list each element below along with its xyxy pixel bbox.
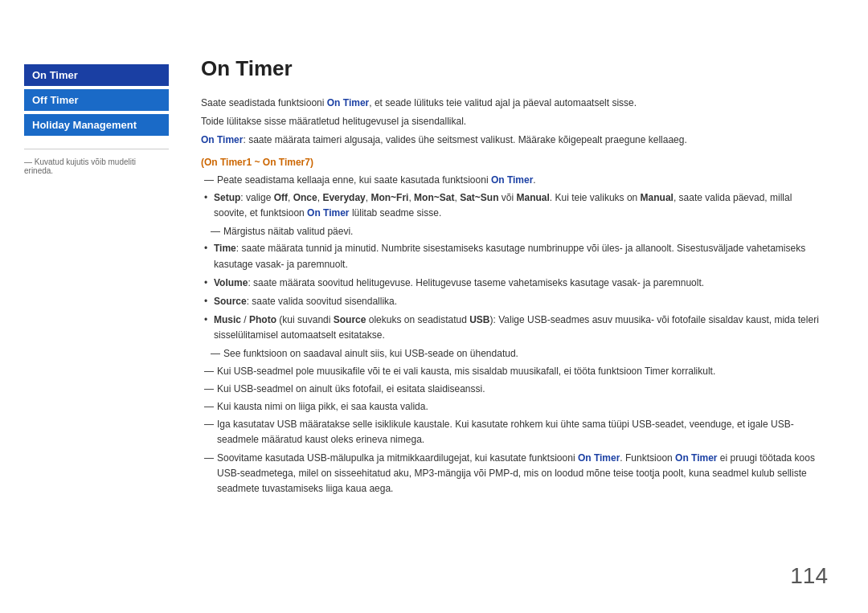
sidebar-item-off-timer[interactable]: Off Timer [24, 89, 169, 111]
dash-note-5: Soovitame kasutada USB-mälupulka ja mitm… [201, 451, 828, 497]
section-heading: (On Timer1 ~ On Timer7) [201, 157, 828, 168]
page-number: 114 [790, 563, 828, 589]
dash-note-4: Iga kasutatav USB määratakse selle isikl… [201, 417, 828, 447]
sidebar-label-holiday-management: Holiday Management [32, 119, 137, 131]
intro-text-3: On Timer: saate määrata taimeri algusaja… [201, 133, 828, 148]
bullet-list-2: Time: saate määrata tunnid ja minutid. N… [201, 241, 828, 343]
sidebar-divider [24, 149, 169, 149]
dash-note-2: Kui USB-seadmel on ainult üks fotofail, … [201, 382, 828, 397]
bullet-list: Setup: valige Off, Once, Everyday, Mon~F… [201, 190, 828, 221]
intro-text-2: Toide lülitakse sisse määratletud helitu… [201, 114, 828, 129]
intro-text-1: Saate seadistada funktsiooni On Timer, e… [201, 96, 828, 111]
peate-note: Peate seadistama kellaaja enne, kui saat… [201, 173, 828, 188]
dash-note-3: Kui kausta nimi on liiga pikk, ei saa ka… [201, 399, 828, 415]
sidebar-item-on-timer[interactable]: On Timer [24, 64, 169, 86]
bullet-music-photo: Music / Photo (kui suvandi Source olekuk… [201, 313, 828, 343]
sidebar-item-holiday-management[interactable]: Holiday Management [24, 114, 169, 136]
sub-note-usb: See funktsioon on saadaval ainult siis, … [201, 346, 828, 362]
bullet-setup: Setup: valige Off, Once, Everyday, Mon~F… [201, 190, 828, 221]
sidebar-label-on-timer: On Timer [32, 69, 78, 81]
page-title: On Timer [201, 56, 828, 81]
bullet-volume: Volume: saate määrata soovitud helitugev… [201, 276, 828, 291]
sidebar: On Timer Off Timer Holiday Management — … [0, 32, 177, 581]
sidebar-label-off-timer: Off Timer [32, 94, 79, 106]
bullet-time: Time: saate määrata tunnid ja minutid. N… [201, 241, 828, 272]
bullet-source: Source: saate valida soovitud sisendalli… [201, 294, 828, 309]
sub-note-markings: Märgistus näitab valitud päevi. [201, 224, 828, 239]
sidebar-note: — Kuvatud kujutis võib mudeliti erineda. [24, 157, 161, 175]
main-content: On Timer Saate seadistada funktsiooni On… [177, 32, 868, 581]
dash-note-1: Kui USB-seadmel pole muusikafile või te … [201, 364, 828, 379]
